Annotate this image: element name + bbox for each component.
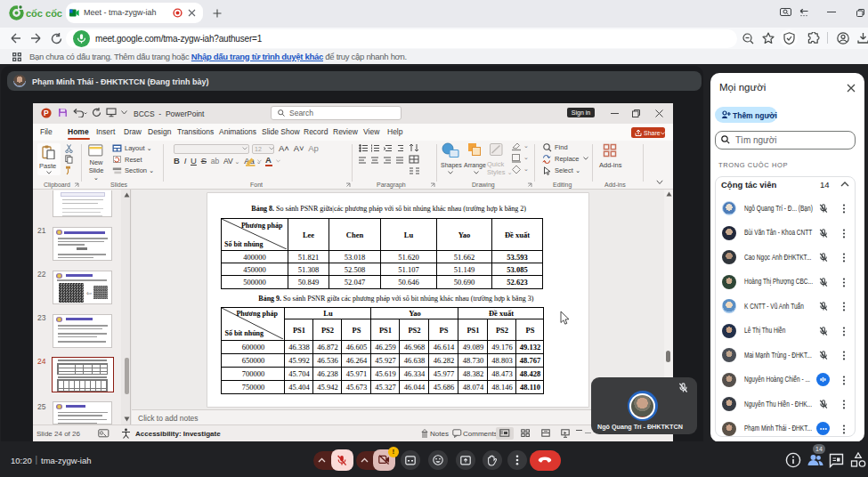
svg-text:cốc cốc: cốc cốc bbox=[26, 8, 62, 19]
svg-text:P: P bbox=[44, 109, 49, 117]
